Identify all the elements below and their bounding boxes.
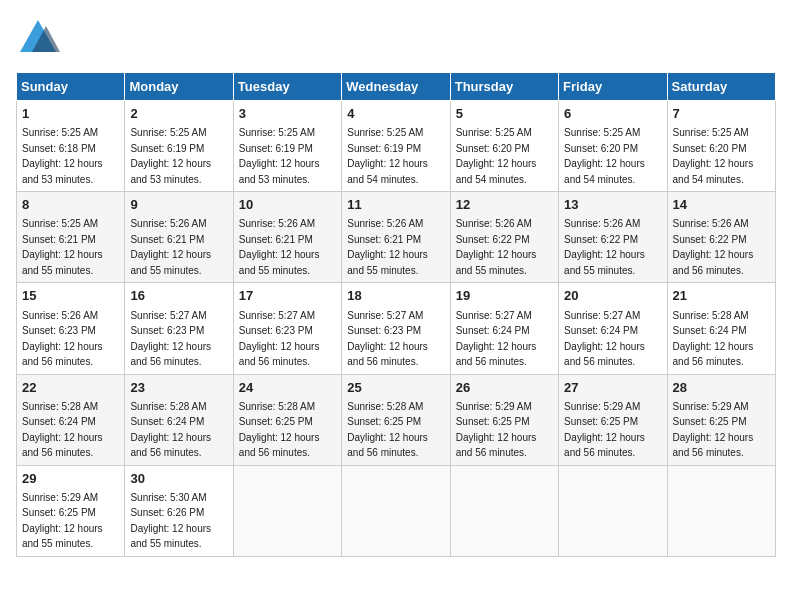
day-detail-10: Sunrise: 5:26 AMSunset: 6:21 PMDaylight:… [239, 218, 320, 276]
day-cell-16: 16 Sunrise: 5:27 AMSunset: 6:23 PMDaylig… [125, 283, 233, 374]
day-cell-2: 2 Sunrise: 5:25 AMSunset: 6:19 PMDayligh… [125, 101, 233, 192]
calendar-week-5: 29 Sunrise: 5:29 AMSunset: 6:25 PMDaylig… [17, 465, 776, 556]
calendar-week-2: 8 Sunrise: 5:25 AMSunset: 6:21 PMDayligh… [17, 192, 776, 283]
weekday-header-row: Sunday Monday Tuesday Wednesday Thursday… [17, 73, 776, 101]
day-number-28: 28 [673, 379, 770, 397]
header-tuesday: Tuesday [233, 73, 341, 101]
day-detail-30: Sunrise: 5:30 AMSunset: 6:26 PMDaylight:… [130, 492, 211, 550]
day-number-23: 23 [130, 379, 227, 397]
header-friday: Friday [559, 73, 667, 101]
day-number-3: 3 [239, 105, 336, 123]
day-number-12: 12 [456, 196, 553, 214]
day-number-18: 18 [347, 287, 444, 305]
day-cell-27: 27 Sunrise: 5:29 AMSunset: 6:25 PMDaylig… [559, 374, 667, 465]
day-detail-21: Sunrise: 5:28 AMSunset: 6:24 PMDaylight:… [673, 310, 754, 368]
day-number-5: 5 [456, 105, 553, 123]
day-detail-4: Sunrise: 5:25 AMSunset: 6:19 PMDaylight:… [347, 127, 428, 185]
day-number-17: 17 [239, 287, 336, 305]
day-detail-1: Sunrise: 5:25 AMSunset: 6:18 PMDaylight:… [22, 127, 103, 185]
header-thursday: Thursday [450, 73, 558, 101]
day-number-21: 21 [673, 287, 770, 305]
day-number-14: 14 [673, 196, 770, 214]
day-cell-8: 8 Sunrise: 5:25 AMSunset: 6:21 PMDayligh… [17, 192, 125, 283]
day-detail-13: Sunrise: 5:26 AMSunset: 6:22 PMDaylight:… [564, 218, 645, 276]
day-number-20: 20 [564, 287, 661, 305]
day-number-6: 6 [564, 105, 661, 123]
day-detail-27: Sunrise: 5:29 AMSunset: 6:25 PMDaylight:… [564, 401, 645, 459]
day-number-26: 26 [456, 379, 553, 397]
header-monday: Monday [125, 73, 233, 101]
day-cell-23: 23 Sunrise: 5:28 AMSunset: 6:24 PMDaylig… [125, 374, 233, 465]
day-detail-2: Sunrise: 5:25 AMSunset: 6:19 PMDaylight:… [130, 127, 211, 185]
day-number-8: 8 [22, 196, 119, 214]
day-detail-12: Sunrise: 5:26 AMSunset: 6:22 PMDaylight:… [456, 218, 537, 276]
day-number-29: 29 [22, 470, 119, 488]
day-cell-30: 30 Sunrise: 5:30 AMSunset: 6:26 PMDaylig… [125, 465, 233, 556]
empty-cell [233, 465, 341, 556]
day-detail-28: Sunrise: 5:29 AMSunset: 6:25 PMDaylight:… [673, 401, 754, 459]
day-number-11: 11 [347, 196, 444, 214]
day-detail-24: Sunrise: 5:28 AMSunset: 6:25 PMDaylight:… [239, 401, 320, 459]
day-detail-20: Sunrise: 5:27 AMSunset: 6:24 PMDaylight:… [564, 310, 645, 368]
day-detail-29: Sunrise: 5:29 AMSunset: 6:25 PMDaylight:… [22, 492, 103, 550]
calendar-table: Sunday Monday Tuesday Wednesday Thursday… [16, 72, 776, 557]
day-cell-25: 25 Sunrise: 5:28 AMSunset: 6:25 PMDaylig… [342, 374, 450, 465]
day-cell-9: 9 Sunrise: 5:26 AMSunset: 6:21 PMDayligh… [125, 192, 233, 283]
day-number-19: 19 [456, 287, 553, 305]
day-detail-7: Sunrise: 5:25 AMSunset: 6:20 PMDaylight:… [673, 127, 754, 185]
day-detail-14: Sunrise: 5:26 AMSunset: 6:22 PMDaylight:… [673, 218, 754, 276]
day-detail-15: Sunrise: 5:26 AMSunset: 6:23 PMDaylight:… [22, 310, 103, 368]
day-detail-26: Sunrise: 5:29 AMSunset: 6:25 PMDaylight:… [456, 401, 537, 459]
day-detail-3: Sunrise: 5:25 AMSunset: 6:19 PMDaylight:… [239, 127, 320, 185]
header-sunday: Sunday [17, 73, 125, 101]
day-number-27: 27 [564, 379, 661, 397]
day-number-15: 15 [22, 287, 119, 305]
day-detail-23: Sunrise: 5:28 AMSunset: 6:24 PMDaylight:… [130, 401, 211, 459]
day-cell-10: 10 Sunrise: 5:26 AMSunset: 6:21 PMDaylig… [233, 192, 341, 283]
page-header [16, 16, 776, 60]
empty-cell [450, 465, 558, 556]
day-number-2: 2 [130, 105, 227, 123]
day-number-9: 9 [130, 196, 227, 214]
day-cell-14: 14 Sunrise: 5:26 AMSunset: 6:22 PMDaylig… [667, 192, 775, 283]
day-cell-17: 17 Sunrise: 5:27 AMSunset: 6:23 PMDaylig… [233, 283, 341, 374]
day-number-10: 10 [239, 196, 336, 214]
day-detail-8: Sunrise: 5:25 AMSunset: 6:21 PMDaylight:… [22, 218, 103, 276]
day-cell-15: 15 Sunrise: 5:26 AMSunset: 6:23 PMDaylig… [17, 283, 125, 374]
day-cell-19: 19 Sunrise: 5:27 AMSunset: 6:24 PMDaylig… [450, 283, 558, 374]
day-cell-18: 18 Sunrise: 5:27 AMSunset: 6:23 PMDaylig… [342, 283, 450, 374]
calendar-week-4: 22 Sunrise: 5:28 AMSunset: 6:24 PMDaylig… [17, 374, 776, 465]
day-cell-26: 26 Sunrise: 5:29 AMSunset: 6:25 PMDaylig… [450, 374, 558, 465]
day-cell-12: 12 Sunrise: 5:26 AMSunset: 6:22 PMDaylig… [450, 192, 558, 283]
logo [16, 16, 64, 60]
day-cell-28: 28 Sunrise: 5:29 AMSunset: 6:25 PMDaylig… [667, 374, 775, 465]
day-cell-13: 13 Sunrise: 5:26 AMSunset: 6:22 PMDaylig… [559, 192, 667, 283]
day-detail-11: Sunrise: 5:26 AMSunset: 6:21 PMDaylight:… [347, 218, 428, 276]
day-cell-3: 3 Sunrise: 5:25 AMSunset: 6:19 PMDayligh… [233, 101, 341, 192]
day-number-24: 24 [239, 379, 336, 397]
day-detail-18: Sunrise: 5:27 AMSunset: 6:23 PMDaylight:… [347, 310, 428, 368]
day-number-7: 7 [673, 105, 770, 123]
day-cell-20: 20 Sunrise: 5:27 AMSunset: 6:24 PMDaylig… [559, 283, 667, 374]
day-detail-5: Sunrise: 5:25 AMSunset: 6:20 PMDaylight:… [456, 127, 537, 185]
day-number-13: 13 [564, 196, 661, 214]
header-saturday: Saturday [667, 73, 775, 101]
day-detail-25: Sunrise: 5:28 AMSunset: 6:25 PMDaylight:… [347, 401, 428, 459]
day-cell-1: 1 Sunrise: 5:25 AMSunset: 6:18 PMDayligh… [17, 101, 125, 192]
day-detail-17: Sunrise: 5:27 AMSunset: 6:23 PMDaylight:… [239, 310, 320, 368]
day-cell-5: 5 Sunrise: 5:25 AMSunset: 6:20 PMDayligh… [450, 101, 558, 192]
day-number-30: 30 [130, 470, 227, 488]
day-cell-22: 22 Sunrise: 5:28 AMSunset: 6:24 PMDaylig… [17, 374, 125, 465]
empty-cell [667, 465, 775, 556]
day-number-1: 1 [22, 105, 119, 123]
day-cell-11: 11 Sunrise: 5:26 AMSunset: 6:21 PMDaylig… [342, 192, 450, 283]
day-detail-9: Sunrise: 5:26 AMSunset: 6:21 PMDaylight:… [130, 218, 211, 276]
day-cell-6: 6 Sunrise: 5:25 AMSunset: 6:20 PMDayligh… [559, 101, 667, 192]
empty-cell [342, 465, 450, 556]
day-number-22: 22 [22, 379, 119, 397]
day-detail-19: Sunrise: 5:27 AMSunset: 6:24 PMDaylight:… [456, 310, 537, 368]
day-cell-21: 21 Sunrise: 5:28 AMSunset: 6:24 PMDaylig… [667, 283, 775, 374]
day-number-4: 4 [347, 105, 444, 123]
day-detail-16: Sunrise: 5:27 AMSunset: 6:23 PMDaylight:… [130, 310, 211, 368]
day-number-25: 25 [347, 379, 444, 397]
